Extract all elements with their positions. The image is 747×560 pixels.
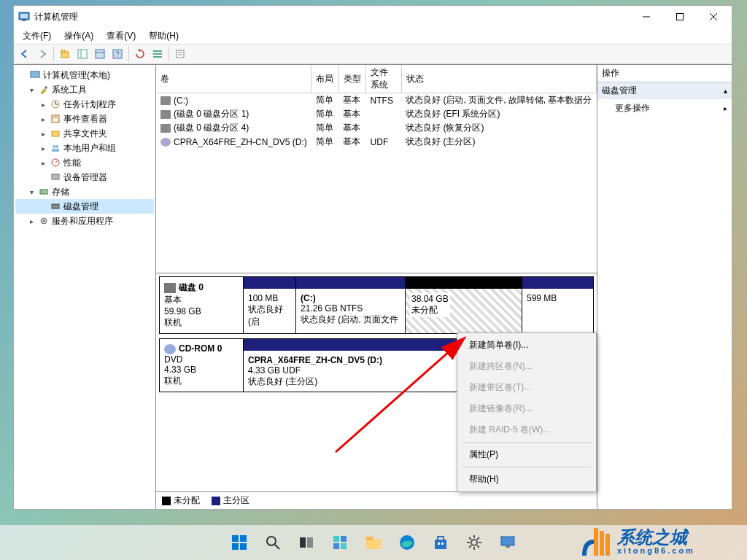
svg-line-69 <box>477 545 479 548</box>
svg-rect-4 <box>677 14 684 20</box>
back-button[interactable] <box>17 46 33 62</box>
volume-row[interactable]: (C:)简单基本NTFS状态良好 (启动, 页面文件, 故障转储, 基本数据分 <box>156 93 597 108</box>
svg-point-39 <box>43 220 45 222</box>
settings-button[interactable] <box>172 46 188 62</box>
ctx-new-simple-volume[interactable]: 新建简单卷(I)... <box>459 335 595 356</box>
partition-unallocated[interactable]: 38.04 GB未分配 <box>406 277 522 333</box>
svg-rect-56 <box>366 539 381 549</box>
chevron-right-icon: ▸ <box>724 104 727 112</box>
volume-list[interactable]: 卷 布局 类型 文件系统 状态 (C:)简单基本NTFS状态良好 (启动, 页面… <box>156 65 597 273</box>
svg-point-37 <box>57 206 58 207</box>
tree-task-scheduler[interactable]: ▸任务计划程序 <box>15 97 154 112</box>
tree-performance[interactable]: ▸性能 <box>15 155 154 170</box>
search-button[interactable] <box>258 528 287 557</box>
clock-icon <box>50 98 61 110</box>
col-fs[interactable]: 文件系统 <box>366 65 402 93</box>
properties-button[interactable] <box>92 46 108 62</box>
svg-rect-18 <box>177 50 184 58</box>
drive-icon <box>160 96 171 105</box>
svg-line-71 <box>477 537 479 540</box>
svg-rect-45 <box>240 535 247 542</box>
services-icon <box>38 215 50 227</box>
store-button[interactable] <box>426 528 455 557</box>
tree-event-viewer[interactable]: ▸事件查看器 <box>15 112 154 126</box>
col-layout[interactable]: 布局 <box>311 65 338 93</box>
users-icon <box>50 142 61 154</box>
ctx-new-raid5-volume: 新建 RAID-5 卷(W)... <box>459 419 595 440</box>
svg-point-63 <box>471 540 477 545</box>
show-hide-tree-button[interactable] <box>74 46 90 62</box>
disk-0-row[interactable]: 磁盘 0 基本 59.98 GB 联机 100 MB状态良好 (启 (C:)21… <box>159 276 594 334</box>
tree-shared-folders[interactable]: ▸共享文件夹 <box>15 126 154 141</box>
computer-management-taskbar-button[interactable] <box>493 528 522 557</box>
menu-view[interactable]: 查看(V) <box>101 28 142 44</box>
legend-swatch-primary <box>212 497 220 505</box>
svg-rect-16 <box>153 53 162 55</box>
menu-file[interactable]: 文件(F) <box>17 28 57 44</box>
refresh-button[interactable] <box>132 46 148 62</box>
tree-root[interactable]: 计算机管理(本地) <box>15 68 154 82</box>
svg-rect-11 <box>96 50 104 58</box>
widgets-button[interactable] <box>325 528 355 557</box>
svg-rect-35 <box>40 190 47 194</box>
menu-action[interactable]: 操作(A) <box>58 28 99 44</box>
svg-line-68 <box>469 537 471 540</box>
start-button[interactable] <box>225 528 254 557</box>
volume-row[interactable]: CPRA_X64FRE_ZH-CN_DV5 (D:)简单基本UDF状态良好 (主… <box>156 135 597 149</box>
ctx-properties[interactable]: 属性(P) <box>459 444 595 465</box>
actions-section-diskmgmt[interactable]: 磁盘管理▴ <box>597 82 732 99</box>
svg-rect-21 <box>31 71 39 77</box>
svg-rect-46 <box>232 543 239 550</box>
svg-rect-72 <box>501 537 514 545</box>
svg-rect-9 <box>78 50 87 58</box>
tree-device-manager[interactable]: 设备管理器 <box>15 170 154 184</box>
settings-taskbar-button[interactable] <box>460 528 489 557</box>
col-type[interactable]: 类型 <box>338 65 365 93</box>
svg-rect-47 <box>240 543 247 550</box>
titlebar[interactable]: 计算机管理 <box>14 6 732 28</box>
close-button[interactable] <box>697 6 730 28</box>
help-button[interactable]: ? <box>109 46 125 62</box>
tree-local-users[interactable]: ▸本地用户和组 <box>15 141 154 155</box>
menu-help[interactable]: 帮助(H) <box>143 28 185 44</box>
maximize-button[interactable] <box>663 6 697 28</box>
svg-rect-53 <box>341 536 347 542</box>
context-menu: 新建简单卷(I)... 新建跨区卷(N)... 新建带区卷(T)... 新建镜像… <box>457 332 597 492</box>
disk-0-header[interactable]: 磁盘 0 基本 59.98 GB 联机 <box>160 277 244 333</box>
ctx-new-striped-volume: 新建带区卷(T)... <box>459 377 595 398</box>
ctx-help[interactable]: 帮助(H) <box>459 469 595 490</box>
partition-recovery[interactable]: 599 MB <box>522 277 593 333</box>
svg-line-70 <box>469 545 471 548</box>
svg-line-49 <box>275 545 279 549</box>
partition-efi[interactable]: 100 MB状态良好 (启 <box>244 277 296 333</box>
col-status[interactable]: 状态 <box>401 65 596 93</box>
svg-point-48 <box>267 537 276 545</box>
tree-system-tools[interactable]: ▾系统工具 <box>15 82 154 97</box>
dvd-drive-icon <box>164 344 176 354</box>
tree-storage[interactable]: ▾存储 <box>15 184 154 199</box>
partition-c[interactable]: (C:)21.26 GB NTFS状态良好 (启动, 页面文件 <box>296 277 406 333</box>
actions-more[interactable]: 更多操作▸ <box>597 99 732 117</box>
file-explorer-button[interactable] <box>359 528 388 557</box>
tree-disk-management[interactable]: 磁盘管理 <box>15 199 154 214</box>
storage-icon <box>38 186 50 198</box>
svg-rect-51 <box>307 537 313 548</box>
list-view-button[interactable] <box>150 46 166 62</box>
minimize-button[interactable] <box>630 6 663 28</box>
svg-rect-31 <box>52 149 59 152</box>
svg-point-22 <box>44 86 47 89</box>
tree-pane[interactable]: 计算机管理(本地) ▾系统工具 ▸任务计划程序 ▸事件查看器 ▸共享文件夹 ▸本… <box>14 65 156 509</box>
svg-point-30 <box>55 145 58 148</box>
cdrom-0-header[interactable]: CD-ROM 0 DVD 4.33 GB 联机 <box>160 339 244 392</box>
tree-services-apps[interactable]: ▸服务和应用程序 <box>15 214 154 228</box>
col-volume[interactable]: 卷 <box>156 65 311 93</box>
forward-button[interactable] <box>34 46 50 62</box>
up-button[interactable] <box>57 46 73 62</box>
svg-rect-8 <box>61 50 65 52</box>
volume-row[interactable]: (磁盘 0 磁盘分区 4)简单基本状态良好 (恢复分区) <box>156 121 597 135</box>
edge-button[interactable] <box>392 528 422 557</box>
volume-row[interactable]: (磁盘 0 磁盘分区 1)简单基本状态良好 (EFI 系统分区) <box>156 107 597 121</box>
task-view-button[interactable] <box>292 528 321 557</box>
svg-rect-52 <box>333 536 339 542</box>
menubar: 文件(F) 操作(A) 查看(V) 帮助(H) <box>14 28 732 44</box>
